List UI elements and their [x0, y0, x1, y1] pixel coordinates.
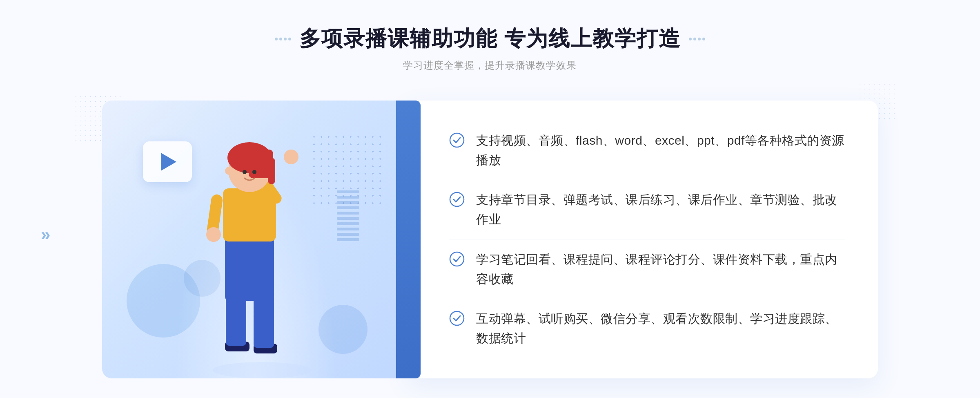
play-bubble	[143, 141, 192, 182]
check-circle-icon-2	[449, 192, 465, 207]
svg-point-18	[225, 167, 233, 175]
svg-rect-5	[225, 235, 274, 301]
features-area: 支持视频、音频、flash、word、excel、ppt、pdf等各种格式的资源…	[408, 101, 878, 378]
dot-5	[689, 38, 692, 40]
title-deco-dots-left	[275, 38, 291, 40]
figure-container	[196, 141, 327, 378]
svg-rect-4	[254, 295, 274, 348]
feature-item-2: 支持章节目录、弹题考试、课后练习、课后作业、章节测验、批改作业	[449, 180, 845, 239]
feature-item-4: 互动弹幕、试听购买、微信分享、观看次数限制、学习进度跟踪、数据统计	[449, 299, 845, 358]
svg-rect-3	[226, 297, 246, 346]
feature-text-4: 互动弹幕、试听购买、微信分享、观看次数限制、学习进度跟踪、数据统计	[476, 309, 845, 348]
feature-item-1: 支持视频、音频、flash、word、excel、ppt、pdf等各种格式的资源…	[449, 121, 845, 180]
svg-point-20	[450, 192, 464, 206]
dot-4	[288, 38, 291, 40]
feature-item-3: 学习笔记回看、课程提问、课程评论打分、课件资料下载，重点内容收藏	[449, 240, 845, 299]
title-deco-dots-right	[689, 38, 705, 40]
stripes-block	[337, 190, 359, 231]
page-container: 多项录播课辅助功能 专为线上教学打造 学习进度全掌握，提升录播课教学效果	[0, 0, 980, 398]
feature-text-3: 学习笔记回看、课程提问、课程评论打分、课件资料下载，重点内容收藏	[476, 250, 845, 289]
svg-point-22	[450, 311, 464, 325]
svg-rect-15	[268, 158, 275, 184]
dot-3	[284, 38, 287, 40]
svg-point-21	[450, 252, 464, 266]
chevron-left-decoration	[41, 225, 50, 244]
dot-6	[693, 38, 696, 40]
feature-text-1: 支持视频、音频、flash、word、excel、ppt、pdf等各种格式的资源…	[476, 131, 845, 170]
dot-2	[279, 38, 282, 40]
person-svg	[196, 141, 327, 378]
svg-point-17	[252, 170, 256, 174]
content-area: 支持视频、音频、flash、word、excel、ppt、pdf等各种格式的资源…	[102, 101, 878, 378]
main-title: 多项录播课辅助功能 专为线上教学打造	[299, 25, 681, 53]
dot-1	[275, 38, 278, 40]
subtitle: 学习进度全掌握，提升录播课教学效果	[275, 59, 705, 72]
dot-7	[698, 38, 701, 40]
check-circle-icon-1	[449, 132, 465, 148]
dot-8	[702, 38, 705, 40]
check-circle-icon-4	[449, 311, 465, 326]
illustration-area	[102, 101, 408, 378]
svg-point-10	[284, 150, 298, 164]
svg-rect-6	[223, 188, 276, 241]
feature-text-2: 支持章节目录、弹题考试、课后练习、课后作业、章节测验、批改作业	[476, 190, 845, 229]
svg-point-0	[213, 362, 311, 378]
title-section: 多项录播课辅助功能 专为线上教学打造 学习进度全掌握，提升录播课教学效果	[275, 25, 705, 72]
check-circle-icon-3	[449, 251, 465, 267]
play-icon	[161, 153, 176, 171]
svg-point-8	[206, 227, 221, 242]
title-decoration: 多项录播课辅助功能 专为线上教学打造	[275, 25, 705, 53]
svg-point-19	[450, 133, 464, 147]
blue-vertical-bar	[396, 101, 421, 378]
svg-point-16	[243, 170, 247, 174]
